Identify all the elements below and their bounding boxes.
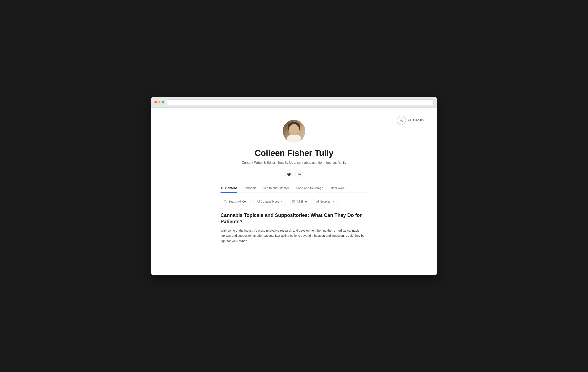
time-label: All Time <box>297 200 307 203</box>
article-excerpt: With some of the industry's most innovat… <box>220 228 368 244</box>
svg-rect-0 <box>298 174 298 175</box>
address-bar[interactable] <box>167 99 434 105</box>
content-type-label: All Content Types <box>257 200 279 203</box>
chevron-down-icon: ▼ <box>281 200 283 203</box>
sources-filter-button[interactable]: All Sources ▼ <box>313 198 338 205</box>
time-filter-button[interactable]: All Time <box>289 198 310 205</box>
search-filter-button[interactable]: Search All Con <box>220 198 251 205</box>
tabs-nav: All Content Cannabis Health and Lifestyl… <box>220 186 368 193</box>
avatar-necklace <box>291 133 297 135</box>
author-name: Colleen Fisher Tully <box>255 148 333 158</box>
close-button[interactable] <box>154 101 157 103</box>
tabs-section: All Content Cannabis Health and Lifestyl… <box>220 186 368 252</box>
filters-row: Search All Con All Content Types ▼ <box>220 198 368 205</box>
twitter-button[interactable] <box>285 170 293 178</box>
tab-health-lifestyle[interactable]: Health and Lifestyle <box>263 186 290 193</box>
article-title[interactable]: Cannabis Topicals and Suppositories: Wha… <box>220 212 368 225</box>
content-area: Cannabis Topicals and Suppositories: Wha… <box>220 212 368 252</box>
page-content: AUTHORY Colleen Fisher Tully Content Wri… <box>151 108 437 275</box>
a-icon <box>399 118 404 123</box>
logo-area: AUTHORY <box>397 116 425 125</box>
maximize-button[interactable] <box>162 101 164 103</box>
traffic-lights <box>154 101 164 103</box>
avatar-body <box>287 134 301 142</box>
search-placeholder: Search All Con <box>229 200 247 203</box>
svg-point-1 <box>298 173 298 173</box>
tab-all-content[interactable]: All Content <box>220 186 237 193</box>
twitter-icon <box>287 173 291 175</box>
avatar-image <box>283 120 305 142</box>
sources-label: All Sources <box>316 200 331 203</box>
browser-window: AUTHORY Colleen Fisher Tully Content Wri… <box>151 97 437 275</box>
tab-food-beverage[interactable]: Food and Beverage <box>296 186 323 193</box>
brand-name: AUTHORY <box>408 119 425 122</box>
tab-older-work[interactable]: Older work <box>330 186 345 193</box>
avatar <box>283 120 305 142</box>
linkedin-icon <box>298 173 301 175</box>
chevron-down-icon-sources: ▼ <box>332 200 335 203</box>
tab-cannabis[interactable]: Cannabis <box>243 186 256 193</box>
minimize-button[interactable] <box>158 101 160 103</box>
authory-logo-icon <box>397 116 406 125</box>
linkedin-button[interactable] <box>295 170 303 178</box>
svg-rect-3 <box>292 200 295 203</box>
search-icon <box>224 200 227 203</box>
calendar-icon <box>292 200 295 203</box>
main-container: All Content Cannabis Health and Lifestyl… <box>151 186 437 260</box>
author-bio: Content Writer & Editor - health, food, … <box>242 161 346 164</box>
social-links <box>285 170 303 178</box>
content-type-filter-button[interactable]: All Content Types ▼ <box>253 198 286 205</box>
profile-section: Colleen Fisher Tully Content Writer & Ed… <box>151 108 437 260</box>
browser-chrome <box>151 97 437 108</box>
